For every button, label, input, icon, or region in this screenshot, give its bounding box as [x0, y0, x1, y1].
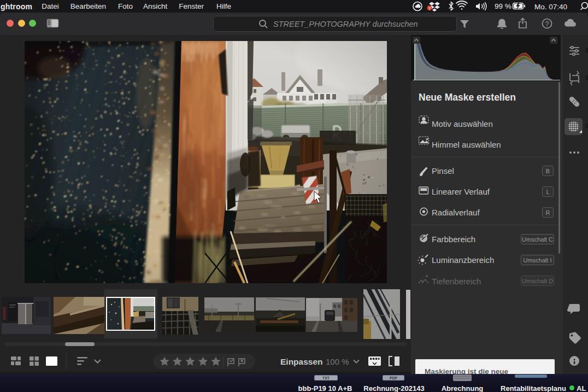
svg-text:7: 7	[428, 6, 431, 11]
svg-text:Mo. 07:40: Mo. 07:40	[534, 3, 567, 11]
svg-text:99 %: 99 %	[495, 2, 511, 10]
svg-text:100 %: 100 %	[326, 357, 349, 366]
svg-text:?: ?	[545, 20, 549, 28]
svg-text:Einpassen: Einpassen	[280, 357, 323, 366]
